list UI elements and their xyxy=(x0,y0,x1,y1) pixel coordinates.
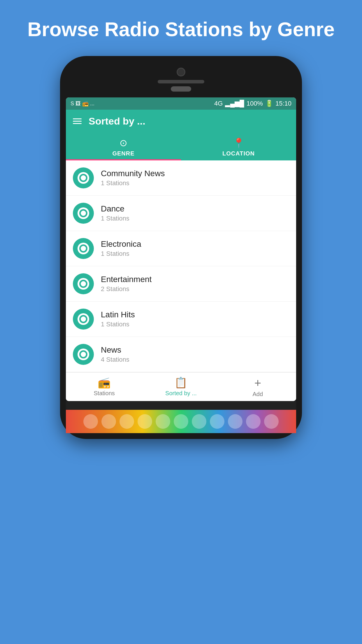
genre-count: 1 Stations xyxy=(101,321,135,328)
time: 15:10 xyxy=(275,100,291,107)
notification-icons: S 🖼 📻 ... xyxy=(71,100,94,107)
phone-wrapper: S 🖼 📻 ... 4G ▂▄▆█ 100% 🔋 15:10 Sorted by… xyxy=(60,56,302,439)
location-tab-icon: 📍 xyxy=(233,137,245,148)
tab-location[interactable]: 📍 LOCATION xyxy=(181,133,296,160)
genre-icon xyxy=(73,238,94,259)
sorted-by-nav-icon: 📋 xyxy=(174,377,187,389)
genre-name: News xyxy=(101,345,129,355)
genre-tab-label: GENRE xyxy=(112,150,134,157)
genre-name: Entertainment xyxy=(101,275,152,284)
genre-name: Dance xyxy=(101,204,129,214)
tab-genre[interactable]: ⊙ GENRE xyxy=(66,133,181,160)
genre-info: Community News 1 Stations xyxy=(101,169,165,187)
genre-count: 1 Stations xyxy=(101,250,141,258)
genre-name: Electronica xyxy=(101,239,141,249)
stations-nav-label: Stations xyxy=(94,390,115,397)
list-item[interactable]: News 4 Stations xyxy=(66,337,296,372)
colorful-strip xyxy=(66,410,296,433)
add-nav-icon: + xyxy=(254,377,261,390)
genre-tab-icon: ⊙ xyxy=(120,137,127,148)
list-item[interactable]: Community News 1 Stations xyxy=(66,160,296,196)
list-item[interactable]: Latin Hits 1 Stations xyxy=(66,302,296,337)
genre-info: Entertainment 2 Stations xyxy=(101,275,152,293)
page-background-title: Browse Radio Stations by Genre xyxy=(4,0,358,56)
status-bar: S 🖼 📻 ... 4G ▂▄▆█ 100% 🔋 15:10 xyxy=(66,97,296,110)
home-button-top xyxy=(171,86,191,92)
genre-icon xyxy=(73,344,94,365)
genre-icon xyxy=(73,273,94,294)
phone-top xyxy=(66,65,296,97)
list-item[interactable]: Entertainment 2 Stations xyxy=(66,266,296,302)
genre-count: 2 Stations xyxy=(101,285,152,293)
list-item[interactable]: Electronica 1 Stations xyxy=(66,231,296,266)
nav-item-add[interactable]: + Add xyxy=(219,372,296,401)
genre-list: Community News 1 Stations Dance 1 Statio… xyxy=(66,160,296,372)
stations-nav-icon: 📻 xyxy=(98,377,111,389)
battery-percent: 100% xyxy=(247,100,263,107)
location-tab-label: LOCATION xyxy=(222,150,255,157)
tabs: ⊙ GENRE 📍 LOCATION xyxy=(66,133,296,160)
genre-count: 1 Stations xyxy=(101,179,165,187)
genre-name: Community News xyxy=(101,169,165,178)
phone-screen: S 🖼 📻 ... 4G ▂▄▆█ 100% 🔋 15:10 Sorted by… xyxy=(66,97,296,401)
nav-item-sorted-by[interactable]: 📋 Sorted by ... xyxy=(143,372,219,401)
genre-icon xyxy=(73,167,94,188)
signal-bars: ▂▄▆█ xyxy=(225,100,244,107)
sorted-by-nav-label: Sorted by ... xyxy=(165,390,197,397)
genre-info: Latin Hits 1 Stations xyxy=(101,310,135,328)
app-bar: Sorted by ... xyxy=(66,110,296,133)
app-bar-title: Sorted by ... xyxy=(89,116,145,127)
battery-icon: 🔋 xyxy=(265,100,273,107)
camera xyxy=(177,68,185,76)
bottom-nav: 📻 Stations 📋 Sorted by ... + Add xyxy=(66,372,296,401)
genre-info: News 4 Stations xyxy=(101,345,129,363)
list-item[interactable]: Dance 1 Stations xyxy=(66,196,296,231)
signal-type: 4G xyxy=(214,100,223,107)
hamburger-menu[interactable] xyxy=(73,118,82,124)
add-nav-label: Add xyxy=(253,391,263,398)
nav-item-stations[interactable]: 📻 Stations xyxy=(66,372,143,401)
genre-icon xyxy=(73,203,94,224)
status-right: 4G ▂▄▆█ 100% 🔋 15:10 xyxy=(214,100,291,107)
genre-count: 1 Stations xyxy=(101,215,129,222)
genre-info: Dance 1 Stations xyxy=(101,204,129,222)
genre-count: 4 Stations xyxy=(101,356,129,363)
status-left: S 🖼 📻 ... xyxy=(71,100,94,107)
genre-icon xyxy=(73,309,94,330)
genre-name: Latin Hits xyxy=(101,310,135,319)
bottom-strip xyxy=(66,401,296,410)
genre-info: Electronica 1 Stations xyxy=(101,239,141,258)
speaker xyxy=(158,80,204,83)
